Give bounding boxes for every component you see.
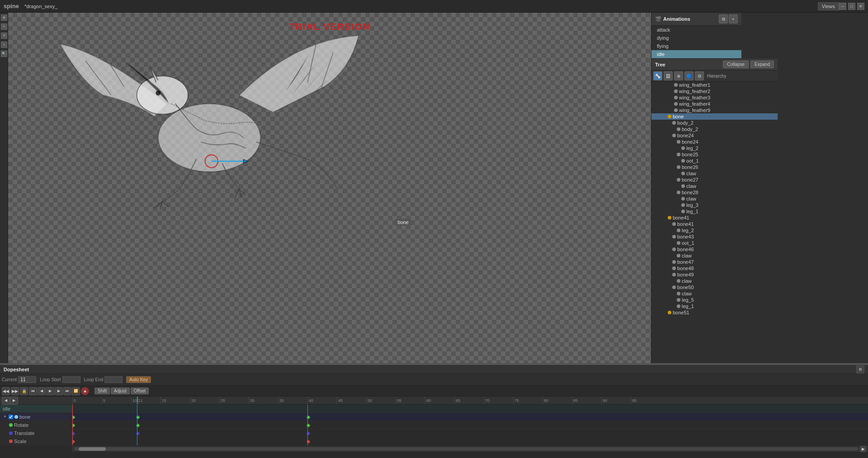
adjust-button[interactable]: Adjust [111,388,130,394]
animations-list: attack dying flying idle [651,26,741,58]
tree-item-bone25[interactable]: bone25 [651,151,778,158]
select-tool[interactable]: ↖ [1,23,7,30]
anim-item-idle[interactable]: idle [651,50,741,58]
tree-item-claw3[interactable]: claw [651,196,778,202]
auto-key-button[interactable]: Auto Key [126,376,151,383]
ds-next-btn[interactable]: ▶ [55,387,63,395]
track-idle[interactable]: idle [0,405,72,413]
track-translate[interactable]: Translate [0,429,72,437]
move-tool[interactable]: ⊕ [1,14,7,21]
tree-tool-5[interactable]: ⚙ [695,71,704,80]
ds-expand-btn[interactable]: ▶▶ [11,387,19,395]
tree-item-body_2[interactable]: body_2 [651,120,778,126]
tree-tool-3[interactable]: ⊕ [674,71,683,80]
minimize-button[interactable]: ─ [839,3,846,10]
tree-item-bone28[interactable]: bone28 [651,189,778,196]
close-button[interactable]: ✕ [857,3,864,10]
tree-item-bone47[interactable]: bone47 [651,259,778,265]
wing-feather2-name: wing_feather2 [679,89,710,94]
ds-lock-btn[interactable]: 🔒 [20,387,28,395]
bone-dot [668,115,671,118]
views-button[interactable]: Views [818,2,839,10]
anim-item-dying[interactable]: dying [651,34,741,42]
tree-item-bone26[interactable]: bone26 [651,164,778,170]
tree-item-oot_1b[interactable]: oot_1 [651,240,778,246]
tree-item-claw6[interactable]: claw [651,290,778,297]
tree-tool-2[interactable]: 🖼 [664,71,673,80]
tree-item-bone49[interactable]: bone49 [651,271,778,278]
bone-track-check[interactable] [9,415,13,419]
tree-item-claw2[interactable]: claw [651,183,778,189]
tree-item-leg_2b[interactable]: leg_2 [651,227,778,234]
scale-track-content[interactable] [72,437,868,445]
tree-item-bone24b[interactable]: bone24 [651,139,778,145]
tree-item-wing_feather4[interactable]: wing_feather4 [651,101,778,107]
tree-item-claw[interactable]: claw [651,170,778,177]
tree-item-bone46[interactable]: bone46 [651,246,778,252]
zoom-tool[interactable]: 🔍 [1,51,7,57]
scale-tool[interactable]: ⤡ [1,42,7,48]
tree-item-bone48[interactable]: bone48 [651,265,778,271]
scroll-right-btn[interactable]: ▶ [860,446,866,452]
loop-start-input[interactable] [62,376,80,383]
ds-play-btn[interactable]: ▶ [46,387,54,395]
tree-item-wing_feather1[interactable]: wing_feather1 [651,82,778,88]
ds-collapse-btn[interactable]: ◀◀ [2,387,10,395]
tree-item-leg_1[interactable]: leg_1 [651,208,778,215]
track-bone[interactable]: ▼ bone [0,413,72,421]
bone-track-content[interactable] [72,413,868,421]
anim-add-button[interactable]: + [729,14,738,23]
tree-item-leg_5[interactable]: leg_5 [651,297,778,303]
anim-item-attack[interactable]: attack [651,26,741,34]
ds-settings-btn[interactable]: ⚙ [856,365,864,374]
anim-settings-button[interactable]: ⚙ [719,14,728,23]
tree-item-wing_feather3[interactable]: wing_feather3 [651,94,778,101]
tree-collapse-button[interactable]: Collapse [723,61,749,68]
expand-tracks-btn[interactable]: ▶ [10,397,18,405]
timeline-scrollbar[interactable]: ▶ [72,445,868,452]
scrollbar-thumb[interactable] [79,447,106,451]
tree-item-claw5[interactable]: claw [651,278,778,284]
track-scale[interactable]: Scale [0,437,72,445]
loop-end-input[interactable] [104,376,123,383]
tree-item-wing_feather9[interactable]: wing_feather9 [651,107,778,113]
tree-item-bone41b[interactable]: bone41 [651,221,778,227]
tree-item-bone43[interactable]: bone43 [651,234,778,240]
offset-button[interactable]: Offset [131,388,149,394]
collapse-tracks-btn[interactable]: ◀ [2,397,10,405]
tree-item-claw4[interactable]: claw [651,252,778,259]
ds-first-btn[interactable]: ⏮ [29,387,37,395]
anim-item-flying[interactable]: flying [651,42,741,50]
translate-track-content[interactable] [72,429,868,437]
ds-loop-btn[interactable]: 🔁 [72,387,80,395]
tree-expand-button[interactable]: Expand [750,61,774,68]
tree-item-leg_2[interactable]: leg_2 [651,145,778,151]
current-input[interactable]: 11 [18,376,36,383]
tree-item-wing_feather2[interactable]: wing_feather2 [651,88,778,94]
tree-item-bone51[interactable]: bone51 [651,309,778,316]
tree-item-bone[interactable]: bone [651,113,778,120]
tree-tool-4[interactable]: 🔵 [684,71,693,80]
tree-tool-1[interactable]: 🦴 [653,71,662,80]
tree-toolbar: 🦴 🖼 ⊕ 🔵 ⚙ Hierarchy [651,70,778,82]
rotate-track-content[interactable] [72,421,868,429]
track-area[interactable]: 0 5 10/11 15 20 25 30 35 40 45 50 55 60 … [72,397,868,458]
tree-item-bone50[interactable]: bone50 [651,284,778,290]
ds-last-btn[interactable]: ⏭ [63,387,71,395]
tree-item-body_2img[interactable]: body_2 [651,126,778,132]
rotate-tool[interactable]: ↺ [1,33,7,39]
restore-button[interactable]: □ [848,3,855,10]
ds-prev-btn[interactable]: ◀ [38,387,46,395]
track-rotate[interactable]: Rotate [0,421,72,429]
tree-item-bone24[interactable]: bone24 [651,132,778,139]
record-button[interactable]: ● [81,387,89,395]
tree-item-bone27[interactable]: bone27 [651,177,778,183]
ruler-50: 50 [366,397,372,404]
idle-track-content[interactable] [72,405,868,413]
tree-item-bone41[interactable]: bone41 [651,215,778,221]
tree-item-oot_1[interactable]: oot_1 [651,158,778,164]
shift-button[interactable]: Shift [94,388,110,394]
bone-expand-icon[interactable]: ▼ [3,415,7,419]
tree-item-leg_3[interactable]: leg_3 [651,202,778,208]
tree-item-leg_1b[interactable]: leg_1 [651,303,778,309]
